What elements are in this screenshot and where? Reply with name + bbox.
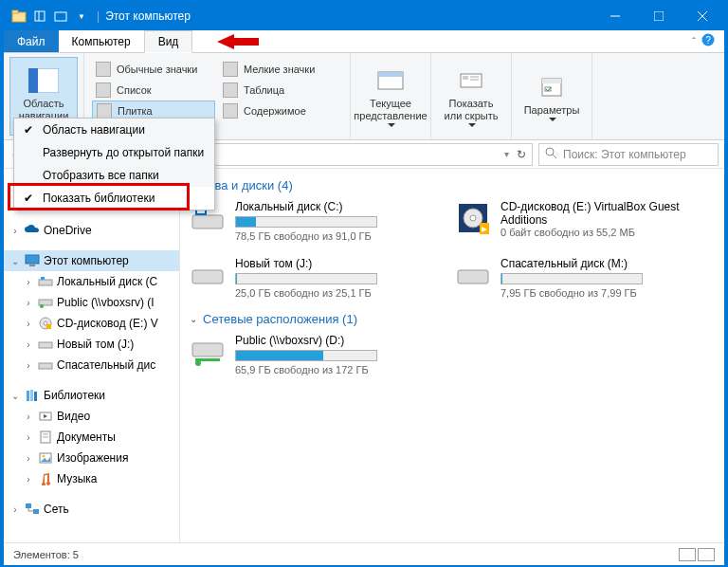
chevron-down-icon [388, 123, 395, 127]
svg-rect-25 [26, 255, 39, 264]
svg-rect-21 [542, 79, 561, 83]
svg-rect-26 [29, 265, 35, 266]
view-small-icons[interactable]: Мелкие значки [219, 59, 342, 80]
network-drive-icon [190, 334, 226, 370]
navigation-pane-icon [28, 65, 59, 96]
drive-usage-bar [500, 273, 643, 284]
nav-pane-dropdown: ✔Область навигации Развернуть до открыто… [13, 118, 215, 210]
tab-computer[interactable]: Компьютер [59, 30, 144, 52]
qat-dropdown-icon[interactable]: ▼ [74, 9, 89, 24]
maximize-button[interactable] [637, 2, 681, 30]
dd-show-all[interactable]: Отобразить все папки [14, 164, 214, 187]
view-table[interactable]: Таблица [219, 80, 342, 101]
chevron-down-icon [468, 123, 476, 127]
svg-rect-28 [41, 277, 45, 280]
drive-j[interactable]: Новый том (J:) 25,0 ГБ свободно из 25,1 … [190, 257, 427, 299]
dd-nav-area[interactable]: ✔Область навигации [14, 119, 214, 141]
svg-rect-61 [192, 343, 223, 357]
explorer-window: ▼ | Этот компьютер Файл Компьютер Вид ˆ … [4, 2, 724, 565]
tab-file[interactable]: Файл [4, 30, 59, 52]
drive-usage-bar [235, 350, 377, 361]
navigation-tree: ›OneDrive ⌄Этот компьютер ›Локальный дис… [4, 169, 180, 542]
minimize-button[interactable] [593, 2, 637, 30]
view-list[interactable]: Список [92, 80, 215, 101]
show-hide-button[interactable]: Показать или скрыть [437, 57, 505, 136]
svg-rect-37 [30, 390, 33, 401]
svg-rect-6 [654, 11, 664, 21]
network-drive-d[interactable]: Public (\\vboxsrv) (D:) 65,9 ГБ свободно… [190, 334, 427, 375]
nav-rescue[interactable]: ›Спасательный дис [4, 355, 179, 375]
section-devices[interactable]: ⌄ ства и диски (4) [190, 178, 715, 192]
qat-new-folder-icon[interactable] [53, 9, 68, 24]
drive-usage-bar [235, 273, 377, 284]
help-icon[interactable]: ? [701, 33, 715, 50]
content-pane: ⌄ ства и диски (4) Локальный диск (C:) 7… [180, 169, 724, 542]
nav-onedrive[interactable]: ›OneDrive [4, 220, 179, 241]
svg-line-24 [553, 155, 556, 158]
svg-rect-2 [35, 11, 45, 21]
cd-icon [455, 200, 491, 236]
close-button[interactable] [681, 2, 724, 30]
hdd-icon [455, 257, 491, 293]
options-icon [537, 72, 567, 102]
nav-images[interactable]: ›Изображения [4, 448, 179, 468]
svg-rect-4 [55, 12, 66, 21]
window-title: Этот компьютер [105, 9, 191, 23]
hdd-icon [190, 257, 226, 293]
nav-this-pc[interactable]: ⌄Этот компьютер [4, 250, 179, 271]
drive-cd[interactable]: CD-дисковод (E:) VirtualBox Guest Additi… [455, 200, 692, 242]
svg-point-45 [43, 455, 46, 458]
separator: | [97, 9, 100, 23]
nav-cd[interactable]: ›CD-дисковод (E:) V [4, 313, 179, 334]
show-hide-icon [456, 65, 486, 96]
options-button[interactable]: Параметры [518, 57, 586, 136]
titlebar: ▼ | Этот компьютер [4, 2, 724, 30]
svg-rect-33 [46, 324, 51, 329]
current-view-button[interactable]: Текущее представление [356, 57, 425, 136]
section-network[interactable]: ⌄ Сетевые расположения (1) [190, 312, 715, 326]
view-large-button[interactable] [698, 548, 715, 561]
view-content[interactable]: Содержимое [219, 101, 342, 121]
svg-rect-38 [34, 392, 37, 401]
nav-public[interactable]: ›Public (\\vboxsrv) (I [4, 292, 179, 313]
nav-local-c[interactable]: ›Локальный диск (C [4, 271, 179, 292]
svg-rect-60 [458, 270, 488, 284]
nav-network[interactable]: ›Сеть [4, 499, 179, 520]
search-input[interactable]: Поиск: Этот компьютер [538, 143, 719, 166]
ribbon-collapse-icon[interactable]: ˆ [692, 36, 696, 47]
drive-c[interactable]: Локальный диск (C:) 78,5 ГБ свободно из … [190, 200, 427, 242]
svg-rect-13 [28, 68, 38, 93]
drive-m[interactable]: Спасательный диск (M:) 7,95 ГБ свободно … [455, 257, 692, 299]
nav-libraries[interactable]: ⌄Библиотеки [4, 385, 179, 406]
tab-view[interactable]: Вид [144, 30, 193, 53]
nav-music[interactable]: ›Музыка [4, 468, 179, 489]
view-normal-icons[interactable]: Обычные значки [92, 59, 215, 80]
svg-point-30 [40, 304, 44, 308]
svg-rect-51 [192, 215, 223, 229]
svg-point-23 [546, 148, 554, 155]
status-count: Элементов: 5 [13, 549, 79, 560]
svg-rect-47 [26, 503, 31, 508]
svg-rect-59 [192, 270, 223, 284]
svg-rect-35 [39, 363, 52, 369]
svg-marker-9 [217, 34, 259, 49]
svg-rect-17 [463, 76, 468, 80]
nav-docs[interactable]: ›Документы [4, 427, 179, 448]
drive-usage-bar [235, 216, 377, 228]
svg-point-56 [470, 215, 476, 221]
svg-rect-1 [12, 10, 18, 13]
status-bar: Элементов: 5 [4, 542, 724, 565]
refresh-icon[interactable]: ↻ [517, 148, 526, 161]
dd-show-libraries[interactable]: ✔Показать библиотеки [14, 187, 214, 210]
layout-views: Обычные значки Мелкие значки Список Табл… [90, 57, 344, 123]
dd-expand[interactable]: Развернуть до открытой папки [14, 141, 214, 164]
view-details-button[interactable] [679, 548, 696, 561]
svg-point-63 [195, 360, 201, 366]
red-arrow-annotation [217, 32, 259, 51]
chevron-down-icon [549, 118, 556, 121]
svg-rect-34 [39, 342, 52, 348]
nav-video[interactable]: ›Видео [4, 406, 179, 427]
nav-newvol[interactable]: ›Новый том (J:) [4, 334, 179, 355]
body: ›OneDrive ⌄Этот компьютер ›Локальный дис… [4, 169, 724, 542]
qat-properties-icon[interactable] [32, 9, 47, 24]
